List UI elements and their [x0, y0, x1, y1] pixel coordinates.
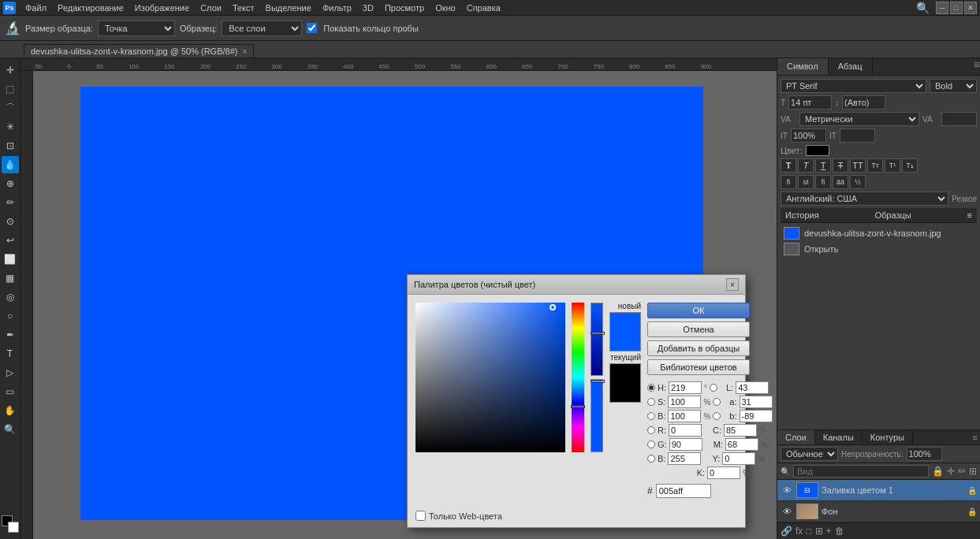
text-color-swatch[interactable] [806, 145, 829, 156]
search-icon[interactable]: 🔍 [916, 2, 930, 14]
layer-item-fill[interactable]: 👁 ⊟ Заливка цветом 1 🔒 [777, 480, 980, 501]
blend-mode-select[interactable]: Обычное [781, 447, 838, 461]
history-item[interactable]: devushka-ulitsa-zont-v-krasnom.jpg [781, 225, 977, 241]
blue-radio[interactable] [647, 455, 655, 463]
menu-3d[interactable]: 3D [358, 2, 378, 14]
green-input[interactable] [669, 438, 702, 451]
delete-layer-btn[interactable]: 🗑 [835, 526, 844, 537]
healing-tool[interactable]: ⊕ [2, 175, 19, 192]
bold-button[interactable]: T [781, 158, 796, 173]
crop-tool[interactable]: ⊡ [2, 137, 19, 154]
hue-slider-container[interactable] [572, 303, 584, 452]
lasso-tool[interactable]: ⌒ [2, 99, 19, 117]
language-select[interactable]: Английский: США [781, 191, 948, 206]
a-input[interactable] [740, 396, 773, 408]
layers-search-input[interactable] [793, 465, 929, 478]
lock-artboard-icon[interactable]: ⊞ [969, 466, 977, 477]
menu-file[interactable]: Файл [20, 2, 51, 14]
cancel-button[interactable]: Отмена [647, 322, 750, 337]
link-layers-btn[interactable]: 🔗 [781, 526, 792, 537]
extra-slider-2[interactable] [591, 379, 603, 452]
underline-button[interactable]: T [815, 158, 831, 173]
channels-tab[interactable]: Каналы [815, 430, 863, 444]
text-tool[interactable]: T [2, 345, 19, 362]
lock-pixel-icon[interactable]: ✏ [958, 466, 966, 477]
blue-input[interactable] [668, 452, 701, 465]
extra-sliders[interactable] [591, 303, 603, 452]
a-radio[interactable] [713, 398, 721, 406]
lightness-input[interactable] [736, 381, 769, 394]
shape-tool[interactable]: ▭ [2, 383, 19, 400]
layers-tab[interactable]: Слои [777, 430, 815, 444]
selection-tool[interactable]: ⬚ [2, 80, 19, 98]
b-radio[interactable] [713, 412, 721, 420]
tracking-select[interactable]: Метрически [799, 112, 919, 126]
add-style-btn[interactable]: fx [796, 526, 803, 537]
new-group-btn[interactable]: ⊞ [815, 526, 823, 537]
layer-visibility-1[interactable]: 👁 [781, 484, 793, 496]
layers-menu-icon[interactable]: ≡ [971, 430, 980, 444]
hex-input[interactable] [656, 484, 711, 498]
menu-window[interactable]: Окно [430, 2, 460, 14]
layer-visibility-2[interactable]: 👁 [781, 505, 793, 518]
menu-layers[interactable]: Слои [196, 2, 226, 14]
window-minimize[interactable]: ─ [936, 2, 948, 14]
quick-select-tool[interactable]: ✳ [2, 118, 19, 136]
opacity-input[interactable] [907, 447, 942, 461]
document-tab[interactable]: devushka-ulitsa-zont-v-krasnom.jpg @ 50%… [24, 44, 254, 58]
zoom-tool[interactable]: 🔍 [2, 421, 19, 438]
italic-button[interactable]: T [798, 158, 814, 173]
b-input[interactable] [740, 410, 773, 422]
history-item-2[interactable]: Открыть [781, 241, 977, 257]
dialog-close-button[interactable]: × [726, 278, 739, 291]
layer-item-bg[interactable]: 👁 Фон 🔒 [777, 501, 980, 522]
vertical-scale-input[interactable] [791, 128, 826, 143]
clone-tool[interactable]: ⊙ [2, 213, 19, 230]
panel-menu-icon[interactable]: ≡ [974, 58, 980, 75]
add-mask-btn[interactable]: □ [806, 526, 811, 537]
menu-select[interactable]: Выделение [261, 2, 316, 14]
paths-tab[interactable]: Контуры [863, 430, 913, 444]
show-ring-checkbox[interactable] [307, 23, 317, 33]
lightness-radio[interactable] [710, 384, 717, 392]
sample-select[interactable]: Все слои Текущий слой [222, 20, 302, 36]
tab-character[interactable]: Символ [777, 58, 829, 75]
smallcaps-button[interactable]: Tт [867, 158, 883, 173]
kerning-input[interactable] [941, 112, 977, 126]
add-to-samples-button[interactable]: Добавить в образцы [647, 340, 750, 356]
pen-tool[interactable]: ✒ [2, 326, 19, 344]
blur-tool[interactable]: ◎ [2, 288, 19, 306]
menu-text[interactable]: Текст [228, 2, 259, 14]
red-radio[interactable] [647, 426, 655, 434]
old-style-button[interactable]: āā [833, 175, 848, 189]
cyan-input[interactable] [724, 424, 757, 437]
red-input[interactable] [669, 424, 702, 437]
saturation-radio[interactable] [647, 398, 655, 406]
horizontal-scale-input[interactable] [840, 128, 875, 143]
background-color[interactable] [8, 522, 19, 533]
menu-edit[interactable]: Редактирование [53, 2, 129, 14]
ligatures-button[interactable]: fi [781, 175, 796, 189]
gradient-tool[interactable]: ▦ [2, 270, 19, 287]
tab-paragraph[interactable]: Абзац [829, 58, 873, 75]
hand-tool[interactable]: ✋ [2, 402, 19, 419]
tab-close-button[interactable]: × [242, 47, 247, 56]
menu-help[interactable]: Справка [462, 2, 505, 14]
brightness-input[interactable] [668, 410, 701, 422]
font-size-input[interactable] [788, 95, 832, 110]
discretionary-ligatures-button[interactable]: fi [815, 175, 831, 189]
sample-size-select[interactable]: Точка 3х3 пиксела 5х5 пикселов [98, 20, 175, 36]
menu-filter[interactable]: Фильтр [318, 2, 356, 14]
history-menu-icon[interactable]: ≡ [967, 210, 972, 220]
strikethrough-button[interactable]: T [833, 158, 848, 173]
window-close[interactable]: ✕ [964, 2, 977, 14]
history-brush-tool[interactable]: ↩ [2, 232, 19, 249]
brush-tool[interactable]: ✏ [2, 194, 19, 211]
window-maximize[interactable]: □ [950, 2, 963, 14]
dodge-tool[interactable]: ○ [2, 307, 19, 325]
menu-view[interactable]: Просмотр [380, 2, 429, 14]
ok-button[interactable]: ОК [647, 303, 750, 318]
saturation-input[interactable] [668, 396, 701, 408]
hue-input[interactable] [669, 381, 702, 394]
eyedropper-tool[interactable]: 💧 [2, 156, 19, 173]
